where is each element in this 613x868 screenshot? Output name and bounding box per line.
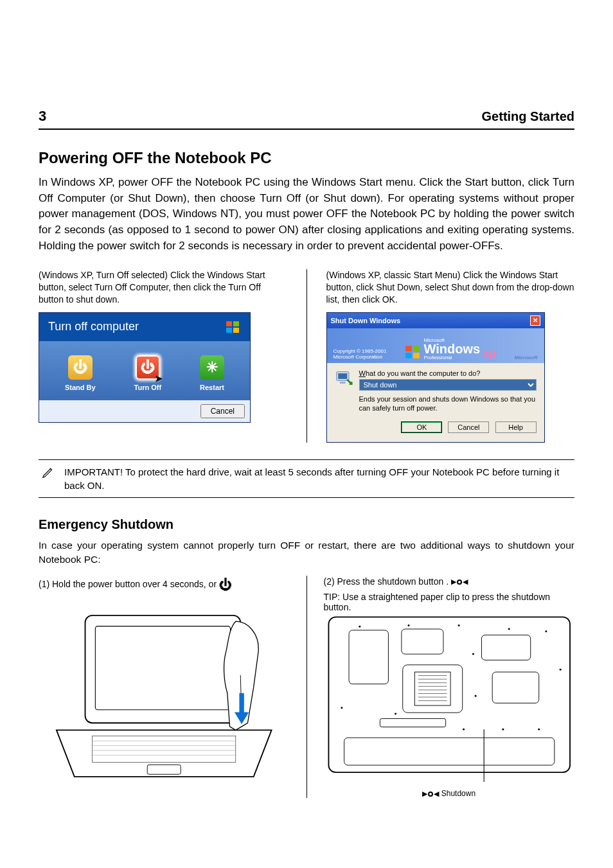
- windows-flag-icon: [405, 344, 422, 360]
- svg-point-42: [472, 653, 474, 655]
- emergency-option-a: (1) Hold the power button over 4 seconds…: [39, 576, 290, 798]
- svg-point-45: [395, 713, 396, 715]
- standby-label: Stand By: [65, 384, 96, 391]
- pencil-icon: [41, 465, 55, 479]
- svg-point-37: [407, 624, 409, 626]
- column-divider: [306, 269, 307, 443]
- page-title: Powering OFF the Notebook PC: [39, 149, 574, 167]
- laptop-press-power-illustration: [39, 598, 290, 783]
- reset-hole-glyph: ▶◀: [422, 790, 439, 798]
- shutdown-desc: Ends your session and shuts down Windows…: [359, 394, 537, 413]
- turnoff-cancel-button[interactable]: Cancel: [200, 404, 245, 418]
- svg-rect-10: [339, 382, 345, 384]
- shutdown-action-select[interactable]: Shut down: [359, 379, 537, 391]
- svg-point-41: [559, 669, 561, 671]
- ok-button[interactable]: OK: [401, 421, 442, 433]
- svg-rect-9: [338, 373, 347, 379]
- restart-label: Restart: [200, 384, 224, 391]
- windows-flag-icon: [226, 319, 241, 335]
- svg-point-47: [502, 729, 504, 731]
- help-button[interactable]: Help: [495, 421, 537, 433]
- restart-icon: ✳: [200, 355, 224, 380]
- copyright-line-2: Microsoft Corporation: [333, 354, 387, 360]
- brand-tag-right: Microsoft: [514, 355, 537, 360]
- turnoff-button[interactable]: ⏻➤ Turn Off: [134, 355, 162, 391]
- svg-rect-2: [226, 328, 232, 333]
- close-icon[interactable]: ✕: [530, 315, 540, 326]
- intro-paragraph: In Windows XP, power OFF the Notebook PC…: [39, 175, 574, 254]
- cursor-icon: ➤: [155, 373, 163, 384]
- windows-xp-logo: Microsoft Windows Professional xp: [405, 337, 497, 360]
- svg-point-46: [463, 729, 465, 731]
- emergency-row: (1) Hold the power button over 4 seconds…: [39, 576, 574, 798]
- svg-point-43: [474, 695, 476, 697]
- laptop-underside-illustration: [324, 612, 575, 786]
- important-note: IMPORTANT! To protect the hard drive, wa…: [39, 459, 574, 498]
- col-classic-startmenu: (Windows XP, classic Start Menu) Click t…: [326, 269, 575, 443]
- screenshot-row: (Windows XP, Turn Off selected) Click th…: [39, 269, 574, 443]
- svg-rect-5: [413, 346, 420, 351]
- classic-body: What do you want the computer to do? Shu…: [327, 363, 544, 443]
- turnoff-title-text: Turn off computer: [48, 320, 139, 333]
- cancel-button[interactable]: Cancel: [448, 421, 489, 433]
- svg-point-48: [538, 729, 540, 731]
- optB-text: (2) Press the shutdown button .: [324, 576, 449, 589]
- svg-rect-7: [413, 353, 420, 359]
- col2-caption: (Windows XP, classic Start Menu) Click t…: [326, 269, 575, 306]
- section-name: Getting Started: [482, 109, 574, 124]
- classic-shutdown-dialog: Shut Down Windows ✕ Copyright © 1985-200…: [326, 312, 545, 443]
- classic-banner: Copyright © 1985-2001 Microsoft Corporat…: [327, 328, 544, 363]
- svg-point-44: [341, 707, 342, 709]
- svg-rect-18: [147, 765, 181, 774]
- classic-title-text: Shut Down Windows: [331, 317, 401, 324]
- svg-rect-1: [233, 321, 239, 326]
- turnoff-dialog: Turn off computer ⏻ Stand By ⏻➤ Turn Off: [39, 312, 251, 423]
- header-rule: 3 Getting Started: [39, 108, 574, 130]
- shutdown-monitor-icon: [335, 369, 353, 387]
- col1-caption: (Windows XP, Turn Off selected) Click th…: [39, 269, 287, 306]
- svg-point-39: [508, 628, 510, 630]
- copyright-line-1: Copyright © 1985-2001: [333, 348, 387, 355]
- note-text: IMPORTANT! To protect the hard drive, wa…: [64, 465, 572, 492]
- turnoff-body: ⏻ Stand By ⏻➤ Turn Off ✳ Restart: [39, 341, 250, 400]
- standby-icon: ⏻: [68, 355, 93, 380]
- classic-titlebar: Shut Down Windows ✕: [327, 313, 544, 328]
- emergency-option-b: (2) Press the shutdown button . ▶◀ TIP: …: [324, 576, 575, 798]
- emergency-paragraph: In case your operating system cannot pro…: [39, 538, 574, 566]
- svg-rect-12: [95, 626, 230, 709]
- optA-text: (1) Hold the power button over 4 seconds…: [39, 578, 217, 591]
- col-standard-startmenu: (Windows XP, Turn Off selected) Click th…: [39, 269, 287, 443]
- emergency-divider: [306, 576, 307, 798]
- svg-point-36: [359, 626, 360, 628]
- section-number: 3: [39, 108, 46, 125]
- power-icon: ⏻: [219, 576, 232, 594]
- turnoff-icon: ⏻➤: [136, 355, 160, 380]
- reset-hole-glyph: ▶◀: [451, 577, 468, 587]
- svg-rect-6: [405, 353, 412, 359]
- turnoff-label: Turn Off: [134, 384, 162, 391]
- brand-xp: xp: [483, 347, 496, 360]
- svg-rect-19: [328, 617, 570, 773]
- classic-question-label: What do you want the computer to do?: [359, 369, 537, 377]
- restart-button[interactable]: ✳ Restart: [200, 355, 224, 391]
- brand-windows: Windows: [424, 342, 481, 356]
- svg-point-38: [458, 624, 459, 626]
- standby-button[interactable]: ⏻ Stand By: [65, 355, 96, 391]
- svg-rect-0: [226, 321, 232, 326]
- reset-label: ▶◀ Shutdown: [324, 789, 575, 798]
- turnoff-titlebar: Turn off computer: [39, 313, 250, 341]
- emergency-title: Emergency Shutdown: [39, 517, 574, 532]
- paperclip-tip: TIP: Use a straightened paper clip to pr…: [324, 592, 575, 612]
- svg-rect-3: [233, 328, 239, 333]
- svg-rect-4: [405, 346, 412, 351]
- svg-point-40: [545, 631, 547, 633]
